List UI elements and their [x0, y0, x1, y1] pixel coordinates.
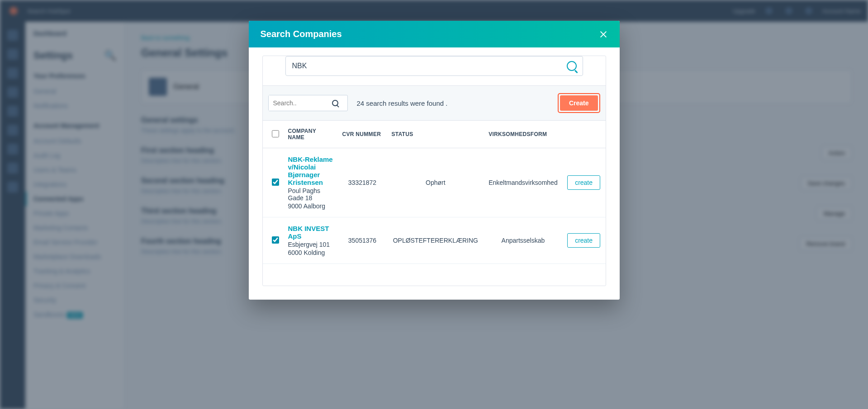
- filter-search: [268, 95, 348, 111]
- results-count: 24 search results were found .: [357, 99, 448, 107]
- cvr-cell: 35051376: [338, 217, 387, 264]
- row-checkbox[interactable]: [272, 179, 279, 186]
- form-cell: Anpartsselskab: [484, 217, 562, 264]
- results-bar: 24 search results were found . Create: [263, 85, 606, 121]
- search-top: [263, 56, 606, 85]
- company-address-line1: Esbjergvej 101: [288, 241, 333, 248]
- company-name-link[interactable]: NBK-Reklame v/Nicolai Bjørnager Kristens…: [288, 155, 333, 186]
- search-icon[interactable]: [567, 61, 577, 71]
- cvr-cell: 33321872: [338, 148, 387, 217]
- select-all-checkbox[interactable]: [272, 130, 279, 137]
- modal-header: Search Companies: [249, 21, 620, 47]
- row-create-button[interactable]: create: [567, 175, 600, 190]
- create-button[interactable]: Create: [560, 95, 598, 111]
- col-actions: [562, 121, 606, 148]
- company-name-link[interactable]: NBK INVEST ApS: [288, 225, 333, 240]
- filter-search-icon[interactable]: [332, 100, 338, 106]
- modal-title: Search Companies: [261, 29, 342, 39]
- company-address-line1: Poul Paghs Gade 18: [288, 187, 333, 202]
- col-cvr: CVR NUMMER: [338, 121, 387, 148]
- table-row: NBK-Reklame v/Nicolai Bjørnager Kristens…: [263, 148, 606, 217]
- status-cell: Ophørt: [387, 148, 484, 217]
- status-cell: OPLØSTEFTERERKLÆRING: [387, 217, 484, 264]
- col-status: STATUS: [387, 121, 484, 148]
- form-cell: Enkeltmandsvirksomhed: [484, 148, 562, 217]
- frame-scroll[interactable]: 24 search results were found . Create CO…: [263, 56, 606, 286]
- filter-input[interactable]: [269, 95, 332, 111]
- col-company: COMPANY NAME: [284, 121, 338, 148]
- row-checkbox[interactable]: [272, 236, 279, 244]
- company-search-input[interactable]: [285, 56, 583, 76]
- search-companies-modal: Search Companies 24 search results were …: [249, 21, 620, 300]
- col-checkbox: [263, 121, 284, 148]
- table-row: NBK INVEST ApS Esbjergvej 101 6000 Koldi…: [263, 217, 606, 264]
- close-icon[interactable]: [599, 30, 608, 39]
- col-form: VIRKSOMHEDSFORM: [484, 121, 562, 148]
- create-button-highlight: Create: [558, 93, 600, 113]
- company-address-line2: 6000 Kolding: [288, 249, 333, 256]
- results-table: COMPANY NAME CVR NUMMER STATUS VIRKSOMHE…: [263, 121, 606, 264]
- inner-frame: 24 search results were found . Create CO…: [262, 56, 606, 286]
- row-create-button[interactable]: create: [567, 233, 600, 248]
- modal-body: 24 search results were found . Create CO…: [249, 47, 620, 300]
- company-address-line2: 9000 Aalborg: [288, 202, 333, 210]
